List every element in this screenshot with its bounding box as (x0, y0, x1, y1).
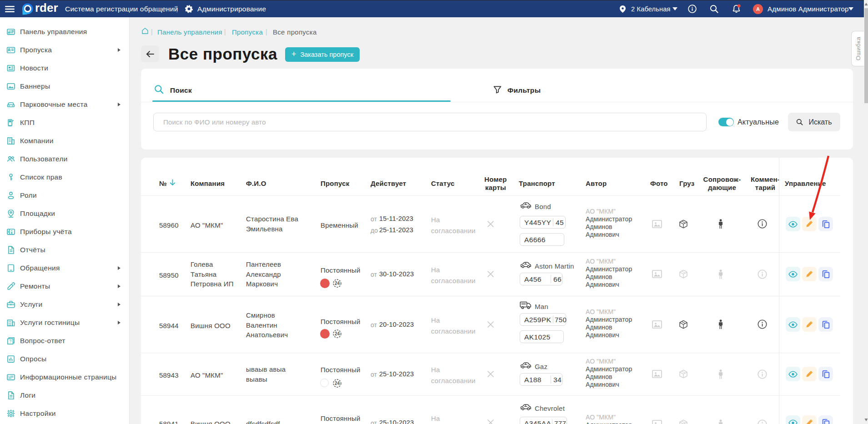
svg-text:?: ? (9, 339, 11, 344)
